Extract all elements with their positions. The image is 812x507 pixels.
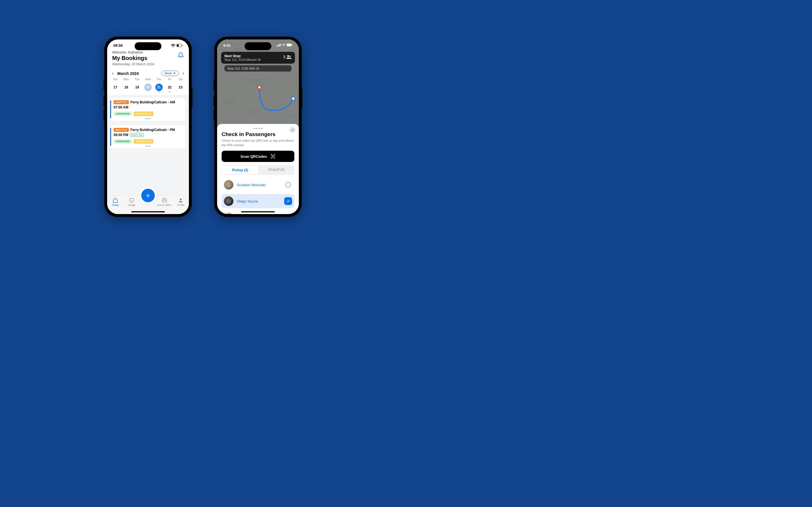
checkin-sheet: ✕ Check in Passengers Check in your ride… — [217, 124, 299, 214]
calendar-bar: March 2024 Week — [107, 68, 189, 78]
bell-icon[interactable] — [177, 52, 184, 58]
dynamic-island — [135, 42, 161, 50]
svg-point-5 — [180, 198, 182, 200]
event-dot — [158, 91, 160, 93]
more-icon[interactable]: ••• — [114, 116, 183, 120]
booking-card[interactable]: SHUTTLEFerry Building/Caltrain - AM07:00… — [110, 97, 186, 121]
briefcase-icon — [161, 198, 167, 203]
close-button[interactable]: ✕ — [289, 127, 296, 133]
svg-rect-9 — [278, 45, 278, 47]
view-label: Week — [165, 72, 172, 75]
route-name: Ferry Building/Caltrain - PM — [131, 128, 175, 132]
event-dot — [169, 91, 170, 93]
tab-out-of-office[interactable]: Out of Office — [157, 198, 172, 207]
booking-card[interactable]: SHUTTLEFerry Building/Caltrain - PM06:00… — [110, 125, 186, 149]
day-of-week: Sat — [175, 78, 186, 82]
tab-today[interactable]: Today — [108, 198, 123, 207]
nudge-icon — [129, 198, 135, 203]
home-icon — [112, 198, 118, 203]
calendar-day[interactable]: 20 — [143, 82, 154, 92]
passenger-row[interactable]: Gustavo Mosciski — [221, 178, 294, 192]
wifi-icon — [171, 44, 175, 47]
checkbox-unchecked-icon[interactable] — [285, 182, 291, 187]
day-of-week: Wed — [143, 78, 154, 82]
booking-time: 06:00 PM — [114, 133, 128, 137]
status-right — [171, 44, 183, 47]
status-scheduled: SCHEDULED — [134, 139, 153, 144]
tab-profile[interactable]: Profile — [173, 198, 188, 207]
welcome-text: Welcome, Katharina — [112, 50, 154, 54]
svg-rect-14 — [292, 44, 292, 45]
people-icon — [287, 55, 292, 59]
return-trip-badge: return trip — [130, 133, 144, 137]
svg-point-15 — [287, 55, 289, 57]
next-stop-value: Stop 112, 3110 Mission St — [224, 58, 292, 61]
following-stop-value: Stop 113, 2150 26th St — [227, 67, 259, 70]
svg-point-7 — [292, 97, 295, 100]
calendar-day[interactable]: 18 — [121, 82, 132, 92]
battery-icon — [287, 43, 293, 47]
home-indicator — [131, 211, 165, 212]
signal-icon — [276, 44, 281, 47]
status-right — [276, 43, 293, 47]
battery-icon — [176, 44, 183, 47]
more-icon[interactable]: ••• — [114, 144, 183, 148]
segment-pickup[interactable]: Pickup (3) — [222, 166, 258, 174]
phone-bookings: 09:56 Welcome, Katharina My Bookings Wed… — [104, 37, 192, 217]
scan-qr-button[interactable]: Scan QRCodes — [221, 151, 294, 162]
day-number: 21 — [155, 83, 163, 91]
avatar — [224, 213, 234, 214]
qr-icon — [270, 154, 275, 159]
following-stop-card[interactable]: Stop 113, 2150 26th St — [224, 65, 292, 71]
calendar-day[interactable]: 19 — [132, 82, 143, 92]
calendar-week: SunMonTueWedThuFriSat17181920212223 — [107, 78, 189, 95]
calendar-day[interactable]: 23 — [175, 82, 186, 92]
status-time: 09:56 — [113, 43, 123, 48]
calendar-day[interactable]: 21 — [153, 82, 164, 92]
next-stop-card[interactable]: Next Stop: Stop 112, 3110 Mission St 3 — [221, 52, 295, 64]
pax-number: 3 — [283, 55, 285, 59]
calendar-day[interactable]: 17 — [110, 82, 121, 92]
person-icon — [178, 198, 184, 203]
fab-add[interactable]: + — [141, 189, 155, 202]
segment-dropoff[interactable]: Dropoff (0) — [259, 165, 294, 175]
chevron-right-icon[interactable] — [182, 72, 185, 75]
status-scheduled: SCHEDULED — [134, 112, 153, 116]
home-indicator — [241, 211, 275, 212]
status-time: 9:41 — [223, 43, 231, 48]
chevron-left-icon[interactable] — [111, 72, 114, 75]
sheet-title: Check in Passengers — [221, 131, 294, 137]
passenger-row[interactable]: Diego Souza — [221, 194, 294, 208]
svg-point-3 — [130, 198, 134, 203]
wifi-icon — [282, 44, 286, 47]
sheet-handle[interactable] — [253, 128, 263, 129]
phone-checkin: Alamo Square Cinemas New Mission Walgree… — [214, 37, 302, 217]
status-approved: APPROVED — [114, 112, 132, 116]
tab-nudge[interactable]: Nudge — [124, 198, 139, 207]
dynamic-island — [245, 42, 271, 50]
view-selector[interactable]: Week — [161, 71, 179, 76]
avatar — [224, 180, 234, 189]
day-number: 23 — [177, 83, 185, 91]
tab-label: Profile — [177, 204, 185, 207]
svg-point-6 — [258, 86, 261, 89]
calendar-day[interactable]: 22 — [164, 82, 175, 92]
avatar — [224, 196, 234, 206]
day-of-week: Tue — [132, 78, 143, 82]
svg-rect-11 — [280, 44, 281, 47]
svg-rect-8 — [276, 45, 277, 46]
day-of-week: Fri — [164, 78, 175, 82]
passenger-name: Diego Souza — [237, 199, 281, 203]
svg-rect-17 — [272, 156, 274, 157]
booking-time: 07:00 AM — [114, 105, 128, 109]
svg-rect-2 — [182, 45, 183, 46]
day-number: 18 — [123, 83, 130, 91]
page-title: My Bookings — [112, 55, 154, 61]
header: Welcome, Katharina My Bookings Wednesday… — [107, 48, 189, 68]
route-name: Ferry Building/Caltrain - AM — [131, 100, 175, 104]
next-stop-label: Next Stop: — [224, 54, 292, 58]
passenger-list: Gustavo MosciskiDiego SouzaSusan Weimann — [221, 178, 294, 214]
checkbox-checked-icon[interactable] — [284, 197, 292, 205]
scan-label: Scan QRCodes — [241, 154, 267, 159]
screen: 09:56 Welcome, Katharina My Bookings Wed… — [107, 40, 189, 214]
